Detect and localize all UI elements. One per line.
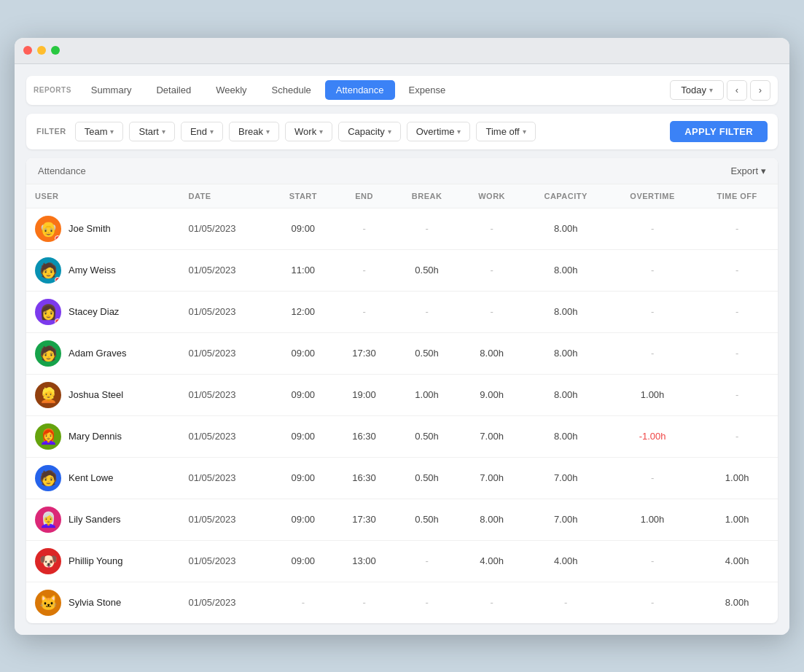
tab-schedule[interactable]: Schedule bbox=[261, 80, 322, 100]
capacity-chevron-icon: ▾ bbox=[388, 128, 391, 136]
work-cell: 7.00h bbox=[461, 415, 523, 457]
today-chevron-icon: ▾ bbox=[709, 86, 713, 94]
table-row: 🧑 Kent Lowe 01/05/202309:0016:300.50h7.0… bbox=[26, 457, 778, 499]
date-cell: 01/05/2023 bbox=[180, 415, 271, 457]
overtime-cell: - bbox=[609, 291, 696, 332]
export-button[interactable]: Export ▾ bbox=[730, 165, 766, 176]
apply-filter-button[interactable]: APPLY FILTER bbox=[670, 121, 768, 142]
break-cell: 0.50h bbox=[393, 415, 460, 457]
capacity-cell: 8.00h bbox=[523, 415, 608, 457]
filter-overtime[interactable]: Overtime ▾ bbox=[407, 122, 471, 141]
start-cell: 09:00 bbox=[271, 332, 335, 374]
break-cell: 1.00h bbox=[393, 374, 460, 415]
end-cell: 16:30 bbox=[335, 415, 394, 457]
minimize-dot[interactable] bbox=[37, 46, 46, 55]
work-cell: 8.00h bbox=[461, 332, 523, 374]
filter-capacity[interactable]: Capacity ▾ bbox=[338, 122, 401, 141]
avatar-emoji: 🧑 bbox=[39, 346, 58, 361]
filter-team[interactable]: Team ▾ bbox=[75, 122, 124, 141]
table-row: 👩‍🦰 Mary Dennis 01/05/202309:0016:300.50… bbox=[26, 415, 778, 457]
table-row: 👴 Joe Smith 01/05/202309:00---8.00h-- bbox=[26, 208, 778, 249]
tab-weekly[interactable]: Weekly bbox=[205, 80, 257, 100]
date-cell: 01/05/2023 bbox=[180, 374, 271, 415]
team-label: Team bbox=[85, 126, 108, 137]
timeoff-cell: - bbox=[696, 374, 778, 415]
avatar-emoji: 🐱 bbox=[39, 595, 58, 610]
end-cell: 16:30 bbox=[335, 457, 394, 499]
break-cell: - bbox=[393, 582, 460, 623]
capacity-cell: 8.00h bbox=[523, 291, 608, 332]
tab-attendance[interactable]: Attendance bbox=[325, 80, 395, 100]
break-cell: - bbox=[393, 540, 460, 582]
prev-button[interactable]: ‹ bbox=[727, 80, 747, 101]
break-label: Break bbox=[238, 126, 263, 137]
filter-break[interactable]: Break ▾ bbox=[229, 122, 279, 141]
next-button[interactable]: › bbox=[750, 80, 770, 101]
capacity-label: Capacity bbox=[348, 126, 385, 137]
col-timeoff: TIME OFF bbox=[696, 184, 778, 208]
end-chevron-icon: ▾ bbox=[210, 128, 214, 136]
attendance-table: USER DATE START END BREAK WORK CAPACITY … bbox=[26, 184, 778, 623]
nav-right-controls: Today ▾ ‹ › bbox=[670, 80, 770, 101]
tab-detailed[interactable]: Detailed bbox=[145, 80, 202, 100]
timeoff-cell: - bbox=[696, 332, 778, 374]
work-label: Work bbox=[294, 126, 316, 137]
end-cell: - bbox=[335, 291, 394, 332]
avatar: 🐱 bbox=[35, 590, 61, 616]
work-cell: 9.00h bbox=[461, 374, 523, 415]
filter-bar: FILTER Team ▾ Start ▾ End ▾ Break ▾ Work… bbox=[26, 114, 778, 149]
break-cell: 0.50h bbox=[393, 332, 460, 374]
break-cell: - bbox=[393, 208, 460, 249]
avatar-emoji: 🧑 bbox=[39, 263, 58, 278]
maximize-dot[interactable] bbox=[51, 46, 60, 55]
end-cell: 13:00 bbox=[335, 540, 394, 582]
filter-work[interactable]: Work ▾ bbox=[285, 122, 332, 141]
today-button[interactable]: Today ▾ bbox=[670, 80, 724, 100]
user-cell: 🐱 Sylvia Stone bbox=[26, 582, 180, 623]
table-row: 👩‍🦳 Lily Sanders 01/05/202309:0017:300.5… bbox=[26, 499, 778, 540]
filter-start[interactable]: Start ▾ bbox=[129, 122, 174, 141]
timeoff-cell: 8.00h bbox=[696, 582, 778, 623]
export-chevron-icon: ▾ bbox=[761, 165, 766, 176]
start-cell: - bbox=[271, 582, 335, 623]
break-cell: 0.50h bbox=[393, 457, 460, 499]
user-cell: 👩 Stacey Diaz bbox=[26, 291, 180, 332]
capacity-cell: 4.00h bbox=[523, 540, 608, 582]
end-label: End bbox=[190, 126, 207, 137]
user-cell: 👴 Joe Smith bbox=[26, 208, 180, 249]
avatar: 🐶 bbox=[35, 548, 61, 574]
capacity-cell: 7.00h bbox=[523, 499, 608, 540]
work-cell: - bbox=[461, 249, 523, 291]
today-label: Today bbox=[681, 85, 706, 95]
overtime-cell: 1.00h bbox=[609, 374, 696, 415]
capacity-cell: 8.00h bbox=[523, 332, 608, 374]
table-row: 🧑 Amy Weiss 01/05/202311:00-0.50h-8.00h-… bbox=[26, 249, 778, 291]
table-header-row: USER DATE START END BREAK WORK CAPACITY … bbox=[26, 184, 778, 208]
user-name: Sylvia Stone bbox=[69, 597, 121, 608]
user-cell: 🐶 Phillip Young bbox=[26, 540, 180, 582]
status-dot bbox=[55, 319, 61, 324]
app-window: REPORTS Summary Detailed Weekly Schedule… bbox=[15, 38, 789, 635]
table-row: 👩 Stacey Diaz 01/05/202312:00---8.00h-- bbox=[26, 291, 778, 332]
break-chevron-icon: ▾ bbox=[266, 128, 270, 136]
user-cell: 👱 Joshua Steel bbox=[26, 374, 180, 415]
avatar-emoji: 👩 bbox=[39, 305, 58, 319]
filter-timeoff[interactable]: Time off ▾ bbox=[476, 122, 535, 141]
col-work: WORK bbox=[461, 184, 523, 208]
end-cell: - bbox=[335, 249, 394, 291]
tab-expense[interactable]: Expense bbox=[398, 80, 457, 100]
table-row: 👱 Joshua Steel 01/05/202309:0019:001.00h… bbox=[26, 374, 778, 415]
user-name: Phillip Young bbox=[69, 555, 122, 566]
timeoff-cell: 4.00h bbox=[696, 540, 778, 582]
timeoff-cell: - bbox=[696, 291, 778, 332]
user-cell: 🧑 Kent Lowe bbox=[26, 457, 180, 499]
table-row: 🐱 Sylvia Stone 01/05/2023------8.00h bbox=[26, 582, 778, 623]
avatar: 👴 bbox=[35, 216, 61, 242]
user-cell: 🧑 Amy Weiss bbox=[26, 249, 180, 291]
filter-end[interactable]: End ▾ bbox=[181, 122, 223, 141]
start-cell: 12:00 bbox=[271, 291, 335, 332]
tab-summary[interactable]: Summary bbox=[80, 80, 143, 100]
capacity-cell: 8.00h bbox=[523, 249, 608, 291]
close-dot[interactable] bbox=[23, 46, 32, 55]
work-cell: - bbox=[461, 291, 523, 332]
